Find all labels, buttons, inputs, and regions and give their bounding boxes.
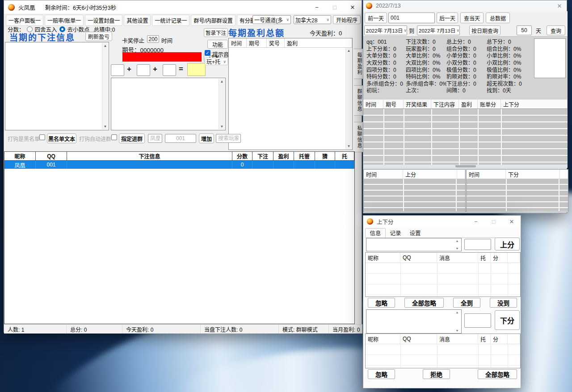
stop-value-input[interactable]: [147, 35, 159, 43]
scroll-down-icon[interactable]: ▼: [104, 125, 107, 129]
menu-item[interactable]: 一客户面板一: [6, 15, 43, 26]
menu-item[interactable]: 群号/内部群设置: [191, 15, 235, 26]
profit-table: 时间 期号 奖号 盈利 ▲ ▼: [228, 38, 353, 150]
table-row-selected[interactable]: 凤凰 001 0: [4, 161, 354, 169]
message-textarea[interactable]: ▲ ▼: [111, 78, 226, 130]
menu-item[interactable]: 一赔率/账单一: [45, 15, 84, 26]
minimize-icon[interactable]: −: [467, 216, 485, 227]
spin-down-icon[interactable]: ▼: [456, 247, 459, 250]
downscore-combo[interactable]: ▲ ▼: [366, 309, 462, 334]
action-button[interactable]: 忽略: [368, 369, 395, 379]
scroll-up-icon[interactable]: ▲: [220, 79, 224, 83]
upscore-combo[interactable]: ▲ ▼: [366, 238, 462, 251]
pause-record-button[interactable]: 暂录下注: [204, 28, 228, 37]
menu-item[interactable]: 一统计记录一: [152, 15, 189, 26]
query-qq-input[interactable]: [388, 13, 435, 23]
scroll-down-icon[interactable]: ▼: [220, 125, 224, 129]
scrollbar[interactable]: ▲ ▼: [219, 79, 225, 129]
spinner[interactable]: ▲ ▼: [454, 311, 460, 332]
window-title: 火凤凰: [18, 3, 35, 12]
downscore-amount-input[interactable]: [464, 313, 491, 328]
stat-value: 小双分数：0: [446, 58, 487, 66]
tab-settings[interactable]: 设置: [405, 228, 425, 238]
search-player-input[interactable]: [216, 134, 241, 143]
history-table-body[interactable]: [363, 109, 568, 165]
autojoin-checkbox[interactable]: [111, 134, 117, 140]
chevron-down-icon: ∨: [456, 28, 459, 33]
blacklist-checkbox[interactable]: [39, 134, 45, 140]
main-window: 火凤凰 剩余时间：6天6小时35分3秒 − □ ✕ 一客户面板一一赔率/账单一一…: [4, 0, 362, 333]
stat-value: 玩家盈利：0: [406, 45, 446, 52]
minimize-icon[interactable]: −: [308, 0, 326, 14]
current-bets-listbox[interactable]: ▲ ▼: [5, 42, 109, 130]
action-button[interactable]: 拒绝: [423, 369, 450, 379]
total-data-button[interactable]: 总数据: [486, 13, 510, 23]
scroll-up-icon[interactable]: ▲: [104, 44, 107, 48]
downscore-button[interactable]: 下分: [495, 310, 520, 330]
scrollbar[interactable]: ▲ ▼: [102, 43, 108, 129]
qq-input[interactable]: [165, 134, 196, 143]
upscore-button[interactable]: 上分: [495, 238, 520, 250]
downscore-table-body[interactable]: [467, 179, 568, 211]
action-button[interactable]: 全到: [453, 298, 480, 308]
tab-info[interactable]: 信息: [365, 228, 386, 238]
close-icon[interactable]: ✕: [552, 0, 567, 11]
stats-list-box[interactable]: [534, 38, 566, 78]
date-from-dropdown[interactable]: 2022年 7月13日 ∨: [364, 25, 407, 35]
spin-down-icon[interactable]: ▼: [456, 329, 459, 332]
functions-button[interactable]: 功能: [207, 40, 228, 49]
query-window-title: 2022/7/13: [376, 3, 401, 9]
days-input[interactable]: [517, 25, 532, 35]
query-today-button[interactable]: 查当天: [460, 13, 484, 23]
channel-dropdown[interactable]: 一号通道(多 ∨: [252, 15, 291, 24]
request-table-body[interactable]: [366, 263, 520, 296]
maximize-icon[interactable]: □: [485, 216, 503, 227]
upscore-amount-input[interactable]: [464, 239, 491, 250]
remaining-time: 剩余时间：6天6小时35分3秒: [45, 3, 117, 12]
next-day-button[interactable]: 后一天: [437, 13, 458, 23]
stat-value: 特码分数：0: [366, 72, 406, 80]
updown-tabs: 信息 记录 设置: [365, 228, 519, 238]
spin-up-icon[interactable]: ▲: [456, 239, 459, 242]
action-button[interactable]: 全部忽略: [478, 369, 517, 379]
stat-value: 下注总分：0: [446, 79, 487, 87]
action-button[interactable]: 忽略: [368, 298, 395, 308]
history-table-header: 时间 期号 开奖结果 下注内容 盈利 账单分 上下分: [363, 100, 568, 109]
refresh-profit-button[interactable]: 刷新盈亏: [85, 32, 112, 41]
menu-item[interactable]: 一设置封盘一: [85, 15, 122, 26]
horizontal-scrollbar[interactable]: [363, 165, 568, 168]
action-button[interactable]: 没到: [490, 298, 517, 308]
downscore-actions: 忽略拒绝全部忽略: [365, 369, 520, 379]
maximize-icon[interactable]: □: [326, 0, 344, 14]
upscore-table-body[interactable]: [364, 179, 465, 211]
spin-up-icon[interactable]: ▲: [456, 311, 459, 314]
num1-input[interactable]: [111, 64, 124, 76]
query-by-date-button[interactable]: 按日期查询: [469, 25, 500, 35]
close-icon[interactable]: ✕: [344, 0, 362, 14]
game-dropdown[interactable]: 加拿大28 ∨: [294, 15, 331, 24]
scroll-up-icon[interactable]: ▲: [347, 49, 351, 53]
start-program-button[interactable]: 开始程序: [333, 15, 361, 24]
days-label: 天: [536, 27, 541, 34]
scrollbar[interactable]: ▲ ▼: [345, 48, 352, 149]
prev-day-button[interactable]: 前一天: [365, 13, 387, 23]
num2-input[interactable]: [137, 64, 150, 76]
spinner[interactable]: ▲ ▼: [454, 239, 460, 250]
blacklist-text-button[interactable]: 黑名单文本: [47, 133, 76, 143]
date-to-dropdown[interactable]: 2022年 7月13日 ∨: [417, 25, 460, 35]
sound-checkbox[interactable]: ✓: [205, 50, 210, 56]
num3-input[interactable]: [163, 64, 176, 76]
query-button[interactable]: 查询: [547, 25, 565, 35]
mode-dropdown[interactable]: 玩+托 ∨: [205, 58, 228, 65]
stat-value: 四项比例：0%: [406, 66, 446, 73]
assign-group-button[interactable]: 指定进群: [119, 133, 145, 143]
scroll-down-icon[interactable]: ▼: [347, 144, 351, 148]
tab-records[interactable]: 记录: [386, 228, 405, 238]
request-table-body[interactable]: [366, 344, 520, 367]
close-icon[interactable]: ✕: [503, 216, 521, 227]
menu-item[interactable]: 其他设置: [124, 15, 151, 26]
action-button[interactable]: 全部忽略: [404, 298, 444, 308]
profit-table-header: 时间 期号 奖号 盈利: [229, 38, 352, 48]
nickname-input[interactable]: [148, 134, 162, 143]
add-button[interactable]: 增加: [199, 133, 214, 143]
